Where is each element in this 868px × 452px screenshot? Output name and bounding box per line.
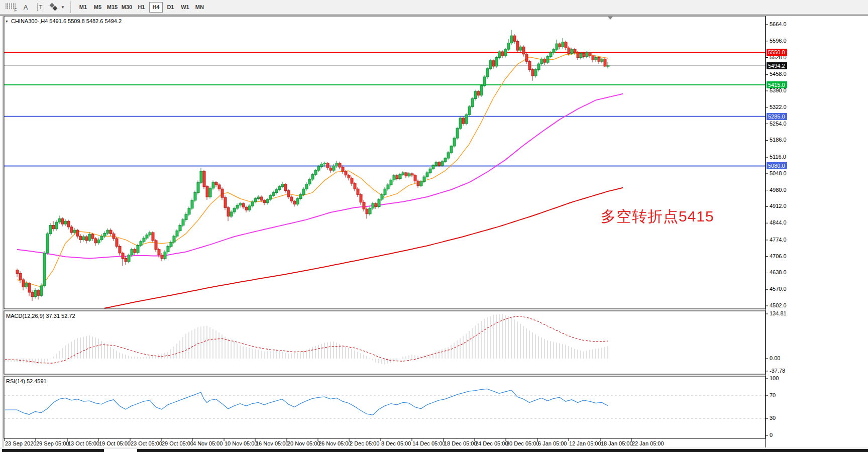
date-axis-label: 30 Dec 05:00	[506, 440, 539, 446]
price-level-badge: 5415.0	[767, 81, 787, 88]
macd-axis-tick: 0.00	[770, 355, 780, 361]
date-axis-label: 14 Dec 05:00	[412, 440, 445, 446]
price-axis-tick: 4570.0	[770, 286, 787, 292]
macd-indicator-label: MACD(12,26,9) 37.31 52.72	[6, 313, 75, 319]
date-axis-label: 29 Sep 05:00	[36, 440, 69, 446]
date-axis-label: 18 Jan 05:00	[601, 440, 633, 446]
price-axis-tick: 5116.0	[770, 154, 786, 160]
date-axis-label: 23 Oct 05:00	[131, 440, 162, 446]
chart-title-text: CHINA300-,H4 5491.6 5509.8 5482.6 5494.2	[11, 18, 122, 24]
date-axis-label: 8 Dec 05:00	[381, 440, 411, 446]
date-axis-label: 24 Dec 05:00	[475, 440, 508, 446]
date-axis-label: 20 Nov 05:00	[287, 440, 320, 446]
price-level-badge: 5285.0	[767, 113, 787, 120]
date-axis-label: 19 Oct 05:00	[99, 440, 131, 446]
rsi-axis-tick: 100	[770, 375, 779, 381]
price-axis-tick: 5596.0	[770, 38, 787, 44]
taskbar-strip	[137, 449, 868, 452]
rsi-axis-tick: 0	[770, 432, 773, 438]
price-axis-tick: 4706.0	[770, 253, 787, 259]
date-axis-label: 16 Nov 05:00	[256, 440, 288, 446]
date-axis-label: 23 Sep 2020	[5, 440, 36, 446]
date-axis-label: 12 Jan 05:00	[569, 440, 601, 446]
price-chart[interactable]	[0, 0, 868, 452]
price-axis-tick: 5186.0	[770, 137, 787, 143]
price-axis-tick: 4774.0	[770, 237, 787, 243]
macd-axis-tick: -37.78	[770, 368, 785, 374]
chart-shift-marker[interactable]	[608, 17, 613, 20]
price-axis-tick: 5048.0	[770, 170, 787, 176]
date-axis-label: 6 Jan 05:00	[538, 440, 567, 446]
price-axis-tick: 4638.0	[770, 269, 787, 275]
rsi-indicator-label: RSI(14) 52.4591	[6, 378, 47, 384]
date-axis-label: 26 Nov 05:00	[318, 440, 351, 446]
price-axis-tick: 5458.0	[770, 71, 787, 77]
date-axis-label: 13 Oct 05:00	[68, 440, 99, 446]
price-axis-tick: 5664.0	[770, 21, 787, 27]
price-level-badge: 5550.0	[767, 49, 787, 56]
taskbar-strip	[2, 449, 104, 452]
price-axis-tick: 4980.0	[770, 187, 787, 193]
price-axis-tick: 5254.0	[770, 121, 787, 127]
chart-annotation-text[interactable]: 多空转折点5415	[601, 206, 714, 227]
date-axis-label: 18 Dec 05:00	[444, 440, 477, 446]
chart-dropdown-icon[interactable]: ▼	[5, 20, 9, 23]
price-level-badge: 5494.2	[767, 62, 787, 69]
price-level-badge: 5080.0	[767, 162, 787, 169]
rsi-axis-tick: 70	[770, 392, 776, 398]
price-axis-tick: 4502.0	[770, 302, 787, 308]
price-axis-tick: 4912.0	[770, 203, 787, 209]
rsi-axis-tick: 30	[770, 415, 776, 421]
date-axis-label: 10 Nov 05:00	[225, 440, 257, 446]
macd-axis-tick: 134.81	[770, 310, 787, 316]
chart-title: ▼ CHINA300-,H4 5491.6 5509.8 5482.6 5494…	[5, 18, 122, 24]
price-axis-tick: 4844.0	[770, 219, 787, 225]
date-axis-label: 4 Nov 05:00	[193, 440, 223, 446]
date-axis-label: 2 Dec 05:00	[350, 440, 379, 446]
date-axis-label: 29 Oct 05:00	[162, 440, 193, 446]
price-axis-tick: 5322.0	[770, 104, 787, 110]
date-axis-label: 22 Jan 05:00	[632, 440, 664, 446]
